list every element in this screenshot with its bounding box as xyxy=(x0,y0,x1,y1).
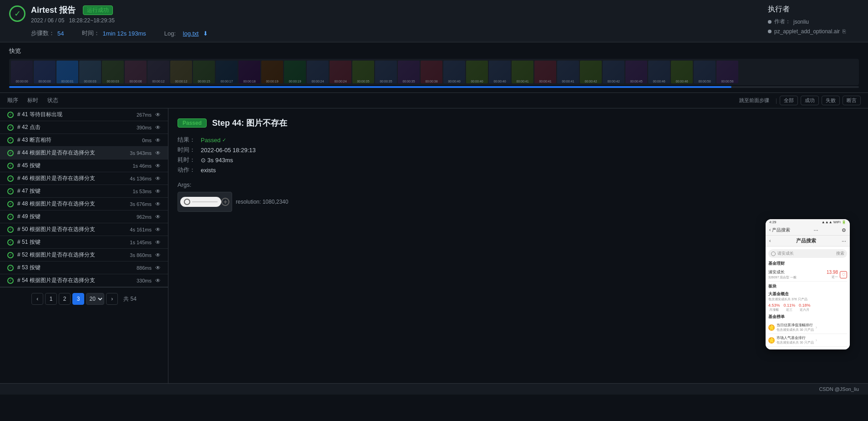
log-link[interactable]: log.txt xyxy=(183,30,199,37)
fund-favorite-button[interactable]: ♡ xyxy=(840,271,847,278)
thumbnail-item[interactable]: 00:00:06 xyxy=(125,61,147,83)
thumbnail-item[interactable]: 00:00:24 xyxy=(330,61,351,83)
thumbnail-item[interactable]: 00:00:41 xyxy=(557,61,579,83)
step-row[interactable]: # 46 根据图片是否存在选择分支4s 136ms👁 xyxy=(0,172,168,185)
thumbnail-item[interactable]: 00:00:38 xyxy=(421,61,442,83)
thumbnail-item[interactable]: 00:00:03 xyxy=(102,61,124,83)
thumbnail-item[interactable]: 00:00:42 xyxy=(580,61,602,83)
step-eye-icon[interactable]: 👁 xyxy=(155,175,161,182)
phone-rank-item-2[interactable]: ⭐ 市场人气基金排行 包含浦安成长共 30 只产品 › xyxy=(768,334,847,347)
search-line xyxy=(192,201,218,202)
thumbnail-item[interactable]: 00:00:00 xyxy=(34,61,56,83)
step-eye-icon[interactable]: 👁 xyxy=(155,226,161,233)
phone-settings-icon[interactable]: ⚙ xyxy=(842,227,846,233)
thumbnail-item[interactable]: 00:00:03 xyxy=(79,61,101,83)
step-row[interactable]: # 44 根据图片是否存在选择分支3s 943ms👁 xyxy=(0,147,168,159)
step-eye-icon[interactable]: 👁 xyxy=(155,150,161,156)
step-row[interactable]: # 48 根据图片是否存在选择分支3s 676ms👁 xyxy=(0,198,168,210)
step-row[interactable]: # 53 按键886ms👁 xyxy=(0,262,168,274)
page-3-button[interactable]: 3 xyxy=(72,293,84,305)
thumbnail-item[interactable]: 00:00:41 xyxy=(512,61,533,83)
step-row[interactable]: # 47 按键1s 53ms👁 xyxy=(0,185,168,198)
thumbnail-item[interactable]: 00:00:40 xyxy=(489,61,511,83)
step-eye-icon[interactable]: 👁 xyxy=(155,188,161,195)
main-content: # 41 等待目标出现267ms👁# 42 点击390ms👁# 43 断言相符0… xyxy=(0,108,868,383)
step-time: 3s 943ms xyxy=(130,150,152,156)
thumbnail-item[interactable]: 00:00:35 xyxy=(398,61,420,83)
author-dot xyxy=(768,20,772,24)
thumbnail-item[interactable]: 00:00:46 xyxy=(671,61,693,83)
steps-nav-right: 跳至前面步骤 | 全部 成功 失败 断言 xyxy=(736,96,861,105)
thumbnail-item[interactable]: 00:00:17 xyxy=(216,61,238,83)
step-row[interactable]: # 49 按键962ms👁 xyxy=(0,210,168,223)
time-label: 时间： xyxy=(178,146,195,154)
step-eye-icon[interactable]: 👁 xyxy=(155,214,161,220)
step-eye-icon[interactable]: 👁 xyxy=(155,124,161,131)
thumbnail-item[interactable]: 00:00:56 xyxy=(716,61,738,83)
filter-fail-button[interactable]: 失败 xyxy=(822,96,840,105)
filter-all-button[interactable]: 全部 xyxy=(780,96,798,105)
step-eye-icon[interactable]: 👁 xyxy=(155,137,161,144)
step-row[interactable]: # 52 根据图片是否存在选择分支3s 860ms👁 xyxy=(0,249,168,262)
step-eye-icon[interactable]: 👁 xyxy=(155,112,161,118)
duration-value: ⊙ 3s 943ms xyxy=(201,156,859,164)
phone-search-row[interactable]: 请安成长 搜索 xyxy=(768,249,847,258)
phone-signal: ▲▲▲ WiFi 🔋 xyxy=(822,220,846,224)
step-eye-icon[interactable]: 👁 xyxy=(155,239,161,246)
thumbnail-item[interactable]: 00:00:15 xyxy=(193,61,215,83)
header-left: ✓ Airtest 报告 运行成功 2022 / 06 / 05 18:28:2… xyxy=(9,5,208,37)
step-row[interactable]: # 42 点击390ms👁 xyxy=(0,121,168,134)
step-eye-icon[interactable]: 👁 xyxy=(155,201,161,207)
step-eye-icon[interactable]: 👁 xyxy=(155,163,161,169)
thumbnail-item[interactable]: 00:00:19 xyxy=(284,61,306,83)
phone-back-label[interactable]: ‹ 产品搜索 xyxy=(769,227,790,233)
thumbnail-item[interactable]: 00:00:40 xyxy=(466,61,488,83)
thumbnail-item[interactable]: 00:00:18 xyxy=(239,61,260,83)
step-row[interactable]: # 51 按键1s 145ms👁 xyxy=(0,236,168,249)
thumbnail-item[interactable]: 00:00:41 xyxy=(534,61,556,83)
step-row[interactable]: # 43 断言相符0ms👁 xyxy=(0,134,168,147)
page-1-button[interactable]: 1 xyxy=(45,293,57,305)
per-page-select[interactable]: 20 50 100 xyxy=(86,293,104,305)
step-row[interactable]: # 41 等待目标出现267ms👁 xyxy=(0,108,168,121)
thumbnail-item[interactable]: 00:00:00 xyxy=(11,61,33,83)
thumbnail-item[interactable]: 00:00:19 xyxy=(261,61,283,83)
phone-content: 请安成长 搜索 基金理财 浦安成长 326097 混合型 一般 xyxy=(766,246,850,349)
step-row[interactable]: # 50 根据图片是否存在选择分支4s 161ms👁 xyxy=(0,223,168,236)
step-row[interactable]: # 54 根据图片是否存在选择分支330ms👁 xyxy=(0,274,168,287)
thumbnail-item[interactable]: 00:00:45 xyxy=(625,61,647,83)
filter-pass-button[interactable]: 成功 xyxy=(801,96,819,105)
step-eye-icon[interactable]: 👁 xyxy=(155,252,161,258)
status-badge: 运行成功 xyxy=(83,5,113,15)
thumbnail-item[interactable]: 00:00:24 xyxy=(307,61,329,83)
step-eye-icon[interactable]: 👁 xyxy=(155,277,161,284)
timeline-progress xyxy=(9,86,731,88)
step-detail-meta: 结果： Passed ✓ 时间： 2022-06-05 18:29:13 耗时：… xyxy=(178,136,859,174)
phone-nav-dots-top[interactable]: ··· xyxy=(814,227,818,233)
search-icon-mock xyxy=(184,199,190,205)
thumbnail-strip[interactable]: 00:00:0000:00:0000:00:0100:00:0300:00:03… xyxy=(9,59,859,85)
result-value: Passed ✓ xyxy=(201,136,859,144)
filter-skip-button[interactable]: 断言 xyxy=(843,96,861,105)
page-2-button[interactable]: 2 xyxy=(59,293,71,305)
thumbnail-item[interactable]: 00:00:50 xyxy=(694,61,716,83)
thumbnail-item[interactable]: 00:00:35 xyxy=(375,61,397,83)
phone-nav-dots[interactable]: ··· xyxy=(842,238,846,244)
prev-page-button[interactable]: ‹ xyxy=(31,293,43,305)
thumbnail-item[interactable]: 00:00:40 xyxy=(443,61,465,83)
copy-icon[interactable]: ⎘ xyxy=(843,28,846,35)
phone-search-confirm[interactable]: 搜索 xyxy=(836,251,844,257)
thumbnail-item[interactable]: 00:00:01 xyxy=(56,61,78,83)
thumbnail-item[interactable]: 00:00:42 xyxy=(603,61,624,83)
thumbnail-item[interactable]: 00:00:46 xyxy=(648,61,670,83)
step-row[interactable]: # 45 按键1s 46ms👁 xyxy=(0,159,168,172)
thumbnail-item[interactable]: 00:00:12 xyxy=(170,61,192,83)
phone-rank-item-1[interactable]: ⭐ 当日估算净值涨幅排行 包含浦安成长共 30 只产品 › xyxy=(768,321,847,334)
jump-to-prev-button[interactable]: 跳至前面步骤 xyxy=(736,96,773,105)
download-icon[interactable]: ⬇ xyxy=(203,30,208,37)
block-sub: 包含浦安成长共 376 只产品 xyxy=(768,297,847,302)
thumbnail-item[interactable]: 00:00:12 xyxy=(147,61,169,83)
next-page-button[interactable]: › xyxy=(106,293,118,305)
step-eye-icon[interactable]: 👁 xyxy=(155,265,161,271)
thumbnail-item[interactable]: 00:00:35 xyxy=(352,61,374,83)
